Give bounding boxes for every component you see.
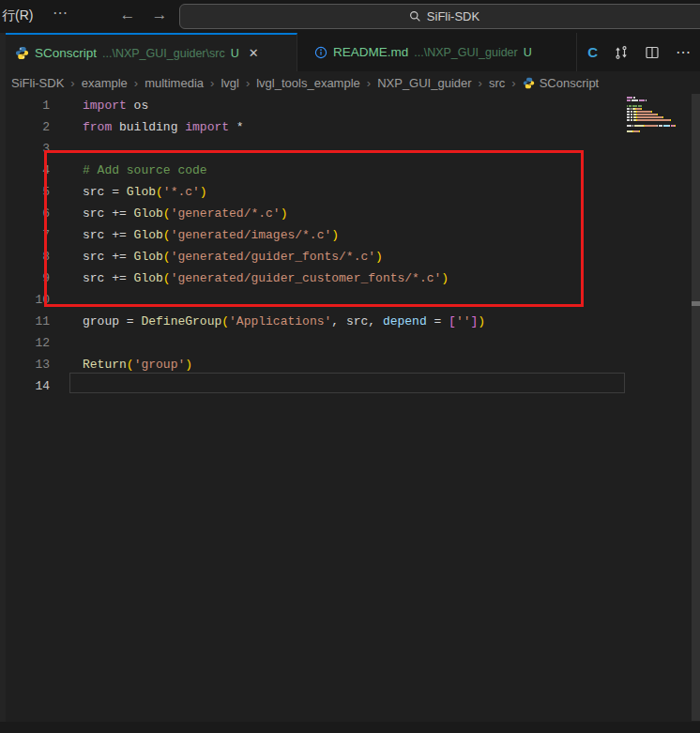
overview-ruler-marker (692, 301, 700, 306)
line-number: 11 (0, 311, 50, 332)
code-line[interactable]: 12 (0, 332, 700, 354)
breadcrumb-item[interactable]: multimedia (143, 76, 205, 90)
annotation-red-rectangle (44, 150, 584, 307)
line-number: 10 (0, 289, 50, 311)
line-number: 6 (0, 203, 50, 224)
navigate-back-icon[interactable]: ← (116, 6, 139, 24)
breadcrumb-item[interactable]: NXP_GUI_guider (375, 76, 473, 90)
code-line[interactable]: 11group = DefineGroup('Applications', sr… (0, 311, 700, 332)
line-number: 3 (0, 138, 50, 160)
chevron-right-icon: › (362, 76, 375, 90)
breadcrumb-item[interactable]: src (487, 76, 507, 90)
title-bar: 行(R) ⋯ ← → SiFli-SDK (0, 0, 700, 33)
tab-readme[interactable]: README.md ...\NXP_GUI_guider U (305, 33, 577, 71)
command-center-search[interactable]: SiFli-SDK (179, 4, 700, 29)
git-status-badge: U (231, 47, 239, 60)
command-center-label: SiFli-SDK (427, 9, 479, 23)
breadcrumb-item[interactable]: SiFli-SDK (9, 76, 66, 90)
line-number: 8 (0, 246, 50, 267)
code-text: group = DefineGroup('Applications', src,… (83, 311, 485, 332)
tab-path: ...\NXP_GUI_guider\src (102, 47, 225, 60)
chevron-right-icon: › (474, 76, 487, 90)
tab-bar: SConscript ...\NXP_GUI_guider\src U ✕ RE… (0, 33, 700, 71)
code-text: from building import * (83, 116, 244, 138)
chevron-right-icon: › (507, 76, 520, 90)
split-editor-icon[interactable] (645, 45, 660, 60)
vertical-scrollbar[interactable] (692, 94, 700, 721)
tab-sconscript[interactable]: SConscript ...\NXP_GUI_guider\src U ✕ (6, 33, 297, 71)
editor-actions: C ⋯ (587, 33, 691, 71)
python-icon (523, 77, 535, 89)
window-bottom-edge (0, 722, 700, 733)
line-number: 9 (0, 267, 50, 289)
line-number: 12 (0, 332, 50, 354)
line-number: 7 (0, 224, 50, 246)
line-number: 4 (0, 160, 50, 181)
line-number: 14 (0, 375, 50, 397)
tab-path: ...\NXP_GUI_guider (414, 46, 517, 59)
search-icon (409, 10, 421, 23)
line-number: 5 (0, 181, 50, 203)
chevron-right-icon: › (205, 76, 219, 90)
breadcrumb-item-file[interactable]: SConscript (521, 76, 601, 90)
code-editor[interactable]: 1import os2from building import *34# Add… (0, 94, 700, 733)
navigate-forward-icon[interactable]: → (148, 6, 171, 24)
line-number: 13 (0, 354, 50, 375)
line-number: 1 (0, 95, 50, 116)
tab-label: README.md (333, 45, 408, 59)
code-text: import os (83, 95, 148, 116)
breadcrumb-item[interactable]: example (80, 76, 129, 90)
window-left-edge (0, 33, 6, 733)
line-number: 2 (0, 116, 50, 138)
breadcrumb-item[interactable]: lvgl (219, 76, 241, 90)
breadcrumb-item[interactable]: lvgl_tools_example (254, 76, 362, 90)
menu-item-run[interactable]: 行(R) (2, 8, 33, 24)
more-actions-icon[interactable]: ⋯ (676, 43, 691, 61)
chevron-right-icon: › (66, 76, 79, 90)
open-changes-icon[interactable] (614, 45, 629, 60)
chevron-right-icon: › (129, 76, 143, 90)
code-line[interactable]: 1import os (0, 95, 700, 116)
minimap[interactable] (627, 97, 692, 136)
current-line-highlight (69, 373, 625, 393)
code-line[interactable]: 2from building import * (0, 116, 700, 138)
close-icon[interactable]: ✕ (249, 46, 259, 60)
menu-overflow-ellipsis[interactable]: ⋯ (53, 4, 69, 22)
chevron-right-icon: › (241, 76, 254, 90)
breadcrumb: SiFli-SDK›example›multimedia›lvgl›lvgl_t… (0, 71, 700, 94)
python-icon (15, 46, 29, 60)
tab-label: SConscript (35, 46, 97, 60)
git-status-badge: U (524, 46, 532, 59)
info-icon (314, 46, 327, 59)
run-c-file-icon[interactable]: C (587, 44, 598, 60)
